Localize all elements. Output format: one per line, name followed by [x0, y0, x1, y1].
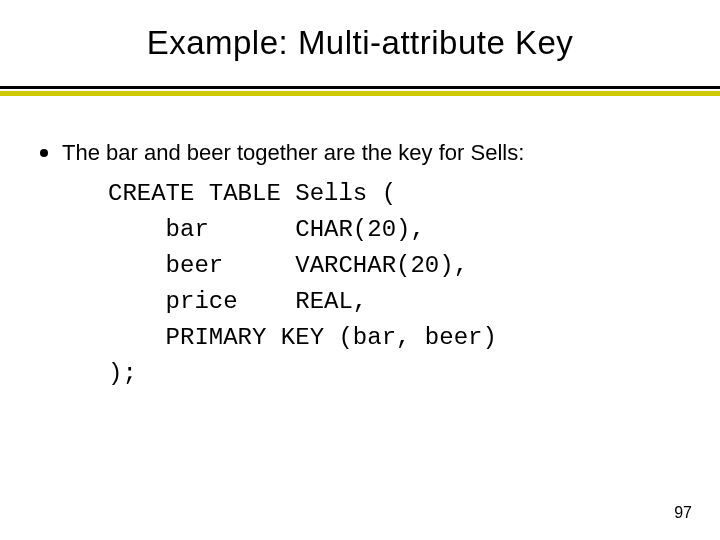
bullet-item: The bar and beer together are the key fo… — [40, 140, 700, 166]
slide-title: Example: Multi-attribute Key — [0, 24, 720, 62]
rule-black — [0, 86, 720, 89]
code-block: CREATE TABLE Sells ( bar CHAR(20), beer … — [40, 176, 700, 392]
rule-yellow — [0, 91, 720, 96]
title-rule — [0, 86, 720, 96]
content-area: The bar and beer together are the key fo… — [0, 140, 720, 392]
page-number: 97 — [674, 504, 692, 522]
bullet-text: The bar and beer together are the key fo… — [62, 140, 524, 166]
bullet-icon — [40, 149, 48, 157]
